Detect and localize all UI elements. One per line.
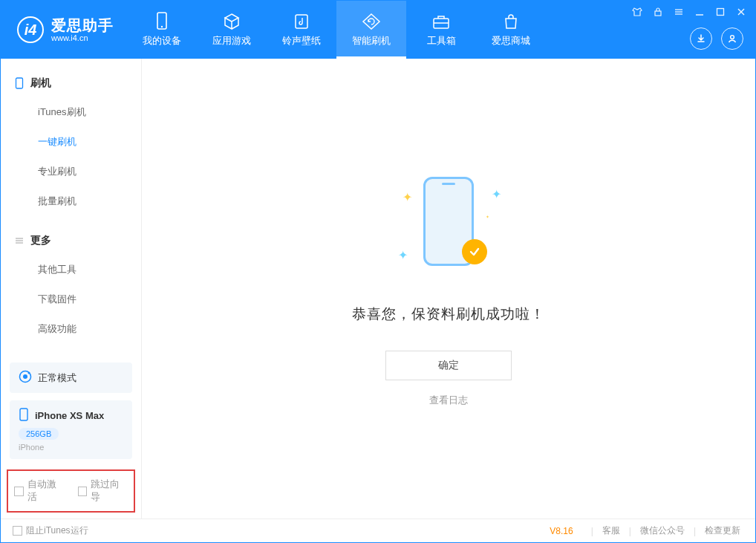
header-actions bbox=[690, 27, 743, 50]
bag-icon bbox=[501, 12, 521, 31]
user-button[interactable] bbox=[721, 27, 743, 50]
sidebar-item-batch-flash[interactable]: 批量刷机 bbox=[38, 186, 141, 216]
svg-rect-14 bbox=[16, 78, 23, 88]
sidebar: 刷机 iTunes刷机 一键刷机 专业刷机 批量刷机 更多 其他工具 下载固件 … bbox=[1, 59, 142, 518]
main-content: ✦ ✦ ✦ ✦ 恭喜您，保资料刷机成功啦！ 确定 查看日志 bbox=[142, 59, 755, 518]
sidebar-item-one-click-flash[interactable]: 一键刷机 bbox=[38, 127, 141, 157]
check-icon bbox=[462, 239, 487, 264]
checkbox-icon bbox=[14, 487, 24, 496]
support-link[interactable]: 客服 bbox=[599, 524, 623, 537]
menu-icon[interactable] bbox=[672, 5, 685, 19]
logo-icon: i4 bbox=[17, 16, 44, 43]
nav-my-device[interactable]: 我的设备 bbox=[127, 1, 197, 59]
nav-label: 铃声壁纸 bbox=[282, 34, 321, 48]
nav-label: 爱思商城 bbox=[492, 34, 530, 48]
success-illustration: ✦ ✦ ✦ ✦ bbox=[389, 171, 508, 282]
music-note-icon bbox=[292, 12, 311, 31]
body: 刷机 iTunes刷机 一键刷机 专业刷机 批量刷机 更多 其他工具 下载固件 … bbox=[1, 59, 755, 518]
nav-apps-games[interactable]: 应用游戏 bbox=[197, 1, 267, 59]
device-type: iPhone bbox=[19, 443, 123, 452]
checkbox-auto-activate[interactable]: 自动激活 bbox=[14, 478, 65, 504]
nav-label: 我的设备 bbox=[143, 34, 181, 48]
window-controls bbox=[630, 5, 748, 19]
sparkle-icon: ✦ bbox=[492, 187, 498, 193]
sidebar-item-itunes-flash[interactable]: iTunes刷机 bbox=[38, 97, 141, 127]
svg-rect-2 bbox=[296, 15, 307, 28]
status-card[interactable]: 正常模式 bbox=[10, 362, 132, 393]
svg-rect-21 bbox=[20, 409, 27, 420]
shirt-icon[interactable] bbox=[630, 5, 644, 19]
checkbox-skip-guide[interactable]: 跳过向导 bbox=[78, 478, 128, 504]
success-message: 恭喜您，保资料刷机成功啦！ bbox=[352, 305, 545, 324]
checkbox-block-itunes[interactable]: 阻止iTunes运行 bbox=[13, 524, 88, 537]
svg-point-13 bbox=[731, 36, 734, 39]
svg-point-19 bbox=[23, 374, 27, 379]
storage-badge: 256GB bbox=[19, 428, 59, 440]
sidebar-section-flash: 刷机 bbox=[1, 72, 141, 97]
sparkle-icon: ✦ bbox=[486, 214, 492, 220]
nav-store[interactable]: 爱思商城 bbox=[476, 1, 546, 59]
ok-button[interactable]: 确定 bbox=[385, 351, 512, 380]
lock-icon[interactable] bbox=[651, 5, 665, 19]
svg-rect-10 bbox=[717, 9, 724, 16]
device-card[interactable]: iPhone XS Max 256GB iPhone bbox=[10, 400, 132, 459]
wechat-link[interactable]: 微信公众号 bbox=[637, 524, 688, 537]
view-log-link[interactable]: 查看日志 bbox=[429, 394, 468, 407]
nav-ringtones-wallpapers[interactable]: 铃声壁纸 bbox=[267, 1, 336, 59]
cube-icon bbox=[222, 12, 241, 31]
footer: 阻止iTunes运行 V8.16 | 客服 | 微信公众号 | 检查更新 bbox=[1, 518, 755, 542]
device-name: iPhone XS Max bbox=[35, 410, 104, 421]
app-window: i4 爱思助手 www.i4.cn 我的设备 应用游戏 bbox=[0, 0, 756, 543]
top-nav: 我的设备 应用游戏 铃声壁纸 智能刷机 bbox=[127, 1, 546, 59]
highlighted-options: 自动激活 跳过向导 bbox=[7, 469, 135, 513]
svg-point-1 bbox=[161, 26, 163, 27]
nav-toolbox[interactable]: 工具箱 bbox=[406, 1, 476, 59]
sidebar-item-other-tools[interactable]: 其他工具 bbox=[38, 255, 141, 284]
sidebar-item-pro-flash[interactable]: 专业刷机 bbox=[38, 157, 141, 186]
sidebar-section-more: 更多 bbox=[1, 230, 141, 255]
app-subtitle: www.i4.cn bbox=[51, 33, 114, 42]
header: i4 爱思助手 www.i4.cn 我的设备 应用游戏 bbox=[1, 1, 755, 59]
nav-smart-flash[interactable]: 智能刷机 bbox=[336, 1, 406, 59]
close-button[interactable] bbox=[734, 5, 748, 19]
logo-area: i4 爱思助手 www.i4.cn bbox=[1, 1, 127, 59]
sidebar-item-download-firmware[interactable]: 下载固件 bbox=[38, 284, 141, 314]
maximize-button[interactable] bbox=[714, 5, 727, 19]
app-title: 爱思助手 bbox=[51, 17, 114, 33]
version-label: V8.16 bbox=[550, 526, 573, 536]
phone-icon bbox=[152, 12, 172, 31]
download-button[interactable] bbox=[690, 27, 712, 50]
status-icon bbox=[19, 370, 32, 386]
minimize-button[interactable] bbox=[693, 5, 706, 19]
check-update-link[interactable]: 检查更新 bbox=[702, 524, 743, 537]
status-label: 正常模式 bbox=[38, 371, 76, 385]
checkbox-icon bbox=[13, 526, 22, 536]
nav-label: 智能刷机 bbox=[352, 34, 391, 48]
sparkle-icon: ✦ bbox=[403, 190, 408, 196]
nav-label: 工具箱 bbox=[427, 34, 456, 48]
refresh-icon bbox=[362, 12, 381, 31]
sparkle-icon: ✦ bbox=[398, 248, 404, 254]
nav-label: 应用游戏 bbox=[212, 34, 251, 48]
svg-rect-5 bbox=[655, 11, 661, 16]
toolbox-icon bbox=[431, 12, 451, 31]
sidebar-item-advanced[interactable]: 高级功能 bbox=[38, 314, 141, 344]
svg-point-20 bbox=[28, 372, 30, 374]
list-icon bbox=[14, 236, 25, 245]
phone-small-icon bbox=[14, 77, 25, 89]
checkbox-icon bbox=[78, 487, 88, 496]
device-icon bbox=[19, 408, 29, 423]
